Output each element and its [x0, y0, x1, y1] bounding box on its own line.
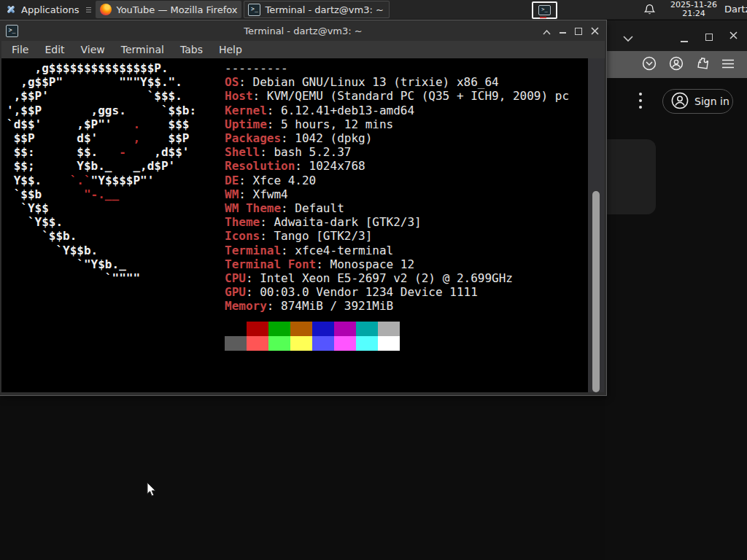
clock[interactable]: 2025-11-26 21:24: [667, 1, 721, 18]
terminal-icon: >_: [248, 4, 260, 16]
applications-label: Applications: [21, 4, 79, 15]
info-line: Packages: 1042 (dpkg): [225, 131, 569, 145]
ascii-art-line: ',$$P ,ggs. `$$b:: [7, 104, 196, 117]
task-button-label: YouTube — Mozilla Firefox: [116, 4, 237, 15]
workspace-pager[interactable]: >_: [532, 1, 557, 19]
palette-cell: [334, 322, 356, 336]
ascii-art-line: Y$$. `.`"Y$$$$P"': [7, 174, 196, 187]
terminal-screen[interactable]: ,g$$$$$$$$$$$$$$$P. ,g$$P" """Y$$.". ,$$…: [1, 58, 588, 392]
palette-cell: [268, 336, 290, 351]
ascii-art-line: ,g$$$$$$$$$$$$$$$P.: [7, 61, 196, 75]
palette-cell: [225, 322, 247, 336]
pocket-icon[interactable]: [642, 56, 657, 74]
menu-help[interactable]: Help: [211, 44, 250, 55]
ascii-art-line: `Y$$.: [7, 215, 196, 229]
info-line: Memory: 874MiB / 3921MiB: [225, 299, 569, 313]
info-line: Theme: Adwaita-dark [GTK2/3]: [225, 215, 569, 229]
hamburger-menu-icon[interactable]: [722, 58, 734, 71]
palette-cell: [247, 322, 268, 336]
info-line: ---------: [225, 61, 569, 75]
tasklist-handle[interactable]: [86, 7, 91, 12]
task-button-terminal[interactable]: >_Terminal - dartz@vm3: ~: [244, 1, 390, 18]
palette-cell: [312, 322, 334, 336]
ascii-art-line: $$: $$. - ,d$$': [7, 145, 196, 159]
info-line: WM: Xfwm4: [225, 187, 569, 201]
palette-cell: [356, 336, 378, 351]
terminal-window-title: Terminal - dartz@vm3: ~: [0, 20, 606, 41]
shell-prompt: dartz@vm3:~$: [7, 379, 162, 392]
ascii-art-line: $$; Y$b._ _,d$P': [7, 159, 196, 173]
clock-time: 21:24: [667, 9, 721, 18]
ascii-art-line: `$$b.: [7, 229, 196, 243]
sign-in-label: Sign in: [694, 96, 729, 107]
info-line: Shell: bash 5.2.37: [225, 145, 569, 159]
ascii-art-line: `Y$$: [7, 201, 196, 215]
user-menu[interactable]: Dartz: [724, 4, 747, 15]
palette-cell: [378, 336, 400, 351]
info-line: Terminal Font: Monospace 12: [225, 257, 569, 271]
menu-terminal[interactable]: Terminal: [113, 44, 172, 55]
mouse-cursor: [147, 482, 157, 500]
info-line: GPU: 00:03.0 Vendor 1234 Device 1111: [225, 285, 569, 299]
terminal-scrollbar-thumb[interactable]: [592, 191, 600, 392]
ascii-art-line: `$$b "-.__: [7, 187, 196, 201]
terminal-window: >_ Terminal - dartz@vm3: ~ FileEditViewT…: [0, 20, 606, 395]
pager-terminal-mini-icon: >_: [538, 5, 551, 15]
menu-view[interactable]: View: [73, 44, 113, 55]
list-all-tabs-chevron-icon[interactable]: [623, 31, 633, 45]
extensions-puzzle-icon[interactable]: [696, 56, 710, 73]
info-line: Kernel: 6.12.41+deb13-amd64: [225, 104, 569, 117]
terminal-menubar: FileEditViewTerminalTabsHelp: [1, 41, 605, 58]
maximize-button[interactable]: [575, 24, 582, 38]
firefox-maximize-button[interactable]: [705, 30, 713, 44]
ascii-art-line: `"Y$b._: [7, 257, 196, 271]
ascii-art-line: `d$$' ,$P"' . $$$: [7, 117, 196, 131]
minimize-button[interactable]: [560, 24, 566, 38]
info-line: Icons: Tango [GTK2/3]: [225, 229, 569, 243]
firefox-toolbar: [605, 51, 747, 78]
info-line: OS: Debian GNU/Linux 13 (trixie) x86_64: [225, 75, 569, 89]
shade-button[interactable]: [543, 24, 551, 38]
palette-cell: [290, 322, 312, 336]
palette-cell: [312, 336, 334, 351]
ascii-art-line: ,$$P' `$$$.: [7, 89, 196, 103]
palette-cell: [225, 336, 247, 351]
info-line: Resolution: 747x560: [225, 159, 569, 173]
kebab-menu-icon[interactable]: [639, 93, 642, 112]
ascii-art-line: `"""": [7, 271, 196, 285]
taskbar: Applications YouTube — Mozilla Firefox>_…: [0, 0, 747, 20]
account-icon[interactable]: [669, 56, 684, 74]
info-line: CPU: Intel Xeon E5-2697 v2 (2) @ 2.699GH…: [225, 271, 569, 285]
palette-cell: [378, 322, 400, 336]
info-line: Terminal: xfce4-terminal: [225, 244, 569, 257]
firefox-icon: [100, 4, 112, 15]
info-line: WM Theme: Default: [225, 201, 569, 215]
neofetch-ascii-logo: ,g$$$$$$$$$$$$$$$P. ,g$$P" """Y$$.". ,$$…: [7, 61, 196, 285]
info-line: Uptime: 5 hours, 12 mins: [225, 117, 569, 131]
menu-file[interactable]: File: [4, 44, 36, 55]
menu-tabs[interactable]: Tabs: [172, 44, 211, 55]
task-button-firefox[interactable]: YouTube — Mozilla Firefox: [96, 1, 241, 18]
palette-cell: [247, 336, 268, 351]
neofetch-info: ---------OS: Debian GNU/Linux 13 (trixie…: [225, 61, 569, 314]
sign-in-button[interactable]: Sign in: [662, 89, 733, 114]
palette-cell: [290, 336, 312, 351]
palette-cell: [356, 322, 378, 336]
palette-cell: [268, 322, 290, 336]
terminal-scrollbar[interactable]: [588, 58, 604, 392]
palette-cell: [334, 336, 356, 351]
firefox-minimize-button[interactable]: [681, 31, 688, 45]
close-button[interactable]: [591, 24, 599, 38]
info-line: Host: KVM/QEMU (Standard PC (Q35 + ICH9,…: [225, 89, 569, 103]
menu-edit[interactable]: Edit: [36, 44, 72, 55]
desktop: Applications YouTube — Mozilla Firefox>_…: [0, 0, 747, 560]
applications-menu-button[interactable]: Applications: [0, 0, 84, 19]
ascii-art-line: `Y$$b.: [7, 244, 196, 257]
firefox-close-button[interactable]: [729, 28, 738, 42]
pager-firefox-mini-icon: [540, 17, 546, 18]
neofetch-color-palette: [225, 322, 400, 351]
notification-bell-icon[interactable]: [644, 4, 655, 18]
info-line: DE: Xfce 4.20: [225, 174, 569, 187]
task-button-label: Terminal - dartz@vm3: ~: [265, 4, 383, 15]
terminal-titlebar[interactable]: >_ Terminal - dartz@vm3: ~: [0, 20, 606, 41]
